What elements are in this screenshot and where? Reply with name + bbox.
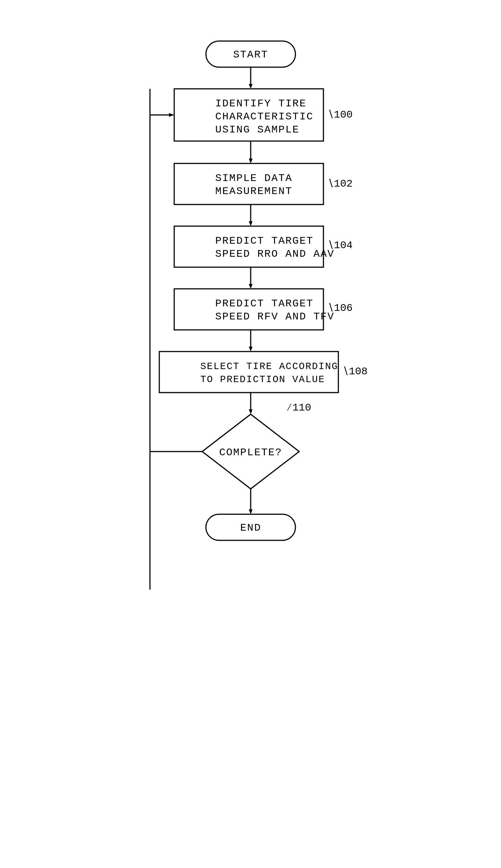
node104-l1: PREDICT TARGET bbox=[215, 235, 313, 247]
node108-l2: TO PREDICTION VALUE bbox=[200, 374, 325, 385]
start-text: START bbox=[233, 49, 268, 60]
node110-text: COMPLETE? bbox=[219, 447, 282, 458]
svg-marker-8 bbox=[249, 159, 253, 163]
node100-l1: IDENTIFY TIRE bbox=[215, 98, 306, 109]
ref-104-text: ∖104 bbox=[327, 240, 353, 251]
svg-rect-15 bbox=[174, 289, 323, 330]
node102-l1: SIMPLE DATA bbox=[215, 172, 292, 184]
svg-rect-18 bbox=[159, 352, 338, 393]
svg-rect-12 bbox=[174, 226, 323, 267]
ref-108-text: ∖108 bbox=[342, 366, 367, 377]
ref-106-text: ∖106 bbox=[327, 302, 353, 314]
ref-110-text: ∕110 bbox=[286, 402, 311, 413]
node100-l3: USING SAMPLE bbox=[215, 124, 300, 135]
node106-l2: SPEED RFV AND TFV bbox=[215, 311, 335, 322]
flowchart-svg: START IDENTIFY TIRE CHARACTERISTIC USING… bbox=[101, 37, 400, 765]
svg-page: START IDENTIFY TIRE CHARACTERISTIC USING… bbox=[0, 0, 501, 868]
svg-marker-6 bbox=[169, 113, 174, 117]
node106-l1: PREDICT TARGET bbox=[215, 298, 313, 309]
end-text: END bbox=[240, 522, 261, 534]
node102-l2: MEASUREMENT bbox=[215, 185, 292, 197]
node104-l2: SPEED RRO AND AAV bbox=[215, 248, 335, 260]
svg-marker-14 bbox=[249, 284, 253, 289]
svg-marker-2 bbox=[249, 84, 253, 89]
svg-marker-11 bbox=[249, 221, 253, 226]
ref-102-text: ∖102 bbox=[327, 178, 353, 190]
svg-marker-17 bbox=[249, 347, 253, 352]
svg-marker-24 bbox=[249, 509, 253, 514]
svg-marker-20 bbox=[249, 409, 253, 414]
svg-rect-9 bbox=[174, 163, 323, 204]
ref-100-text: ∖100 bbox=[327, 109, 353, 121]
node100-l2: CHARACTERISTIC bbox=[215, 111, 313, 122]
node108-l1: SELECT TIRE ACCORDING bbox=[200, 361, 338, 372]
